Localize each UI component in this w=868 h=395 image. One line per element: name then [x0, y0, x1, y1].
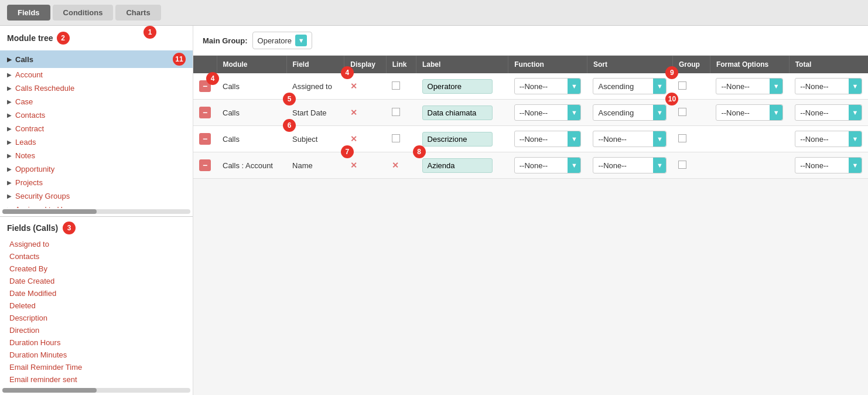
field-name-1: Assigned to: [292, 82, 332, 91]
total-dropdown-arrow-1[interactable]: ▼: [849, 79, 862, 94]
function-select-4[interactable]: --None-- ▼: [514, 157, 582, 173]
field-item-email-reminder-time[interactable]: Email Reminder Time: [0, 361, 193, 373]
label-input-4[interactable]: [422, 158, 493, 173]
label-input-3[interactable]: [422, 132, 493, 147]
sort-value-3: --None--: [593, 132, 653, 146]
td-format-options-1: --None-- ▼: [710, 73, 789, 100]
main-group-dropdown-arrow[interactable]: ▼: [295, 35, 307, 46]
field-item-created-by[interactable]: Created By: [0, 263, 193, 275]
field-item-date-created[interactable]: Date Created: [0, 275, 193, 287]
fields-list-scrollbar[interactable]: [2, 388, 190, 393]
module-item-label: Contract: [15, 124, 44, 133]
sidebar-item-opportunity[interactable]: ▶ Opportunity: [0, 162, 193, 176]
fields-list-scrollbar-thumb: [2, 388, 97, 393]
function-select-1[interactable]: --None-- ▼: [514, 78, 582, 94]
sidebar-item-calls-reschedule[interactable]: ▶ Calls Reschedule: [0, 81, 193, 95]
th-total: Total: [789, 56, 868, 73]
link-check-4[interactable]: ✕: [392, 161, 399, 170]
function-select-2[interactable]: --None-- ▼: [514, 104, 582, 121]
format-dropdown-arrow-1[interactable]: ▼: [770, 79, 782, 94]
sort-dropdown-arrow-4[interactable]: ▼: [653, 158, 666, 173]
tab-conditions[interactable]: Conditions: [53, 5, 114, 21]
th-label: Label: [416, 56, 508, 73]
display-check-3[interactable]: ✕: [350, 134, 357, 144]
sidebar-item-security-groups[interactable]: ▶ Security Groups: [0, 189, 193, 203]
function-dropdown-arrow-3[interactable]: ▼: [568, 131, 580, 147]
field-item-description[interactable]: Description: [0, 312, 193, 324]
sidebar-item-leads[interactable]: ▶ Leads: [0, 135, 193, 149]
field-item-contacts[interactable]: Contacts: [0, 250, 193, 263]
field-item-date-modified[interactable]: Date Modified: [0, 287, 193, 299]
sidebar-item-calls[interactable]: ▶ Calls 11: [0, 50, 193, 68]
display-check-1[interactable]: ✕: [350, 81, 357, 91]
sort-select-1[interactable]: Ascending ▼: [593, 78, 667, 94]
total-select-2[interactable]: --None-- ▼: [795, 104, 862, 121]
link-check-3[interactable]: [392, 134, 400, 142]
sort-select-4[interactable]: --None-- ▼: [593, 157, 667, 173]
remove-row-2-button[interactable]: −: [199, 107, 211, 118]
main-group-select[interactable]: Operatore ▼: [252, 32, 313, 49]
total-select-3[interactable]: --None-- ▼: [795, 131, 862, 147]
td-group-3: [672, 126, 710, 152]
sidebar-item-notes[interactable]: ▶ Notes: [0, 149, 193, 162]
label-input-1[interactable]: [422, 79, 493, 94]
sidebar-item-account[interactable]: ▶ Account: [0, 68, 193, 81]
display-check-4[interactable]: ✕: [350, 161, 357, 170]
arrow-icon: ▶: [7, 112, 12, 118]
group-check-3[interactable]: [678, 134, 686, 142]
total-select-4[interactable]: --None-- ▼: [795, 157, 862, 173]
tab-charts[interactable]: Charts: [115, 5, 160, 21]
group-check-4[interactable]: [678, 161, 686, 169]
total-select-1[interactable]: --None-- ▼: [795, 78, 862, 94]
function-dropdown-arrow-2[interactable]: ▼: [568, 105, 580, 120]
function-dropdown-arrow-1[interactable]: ▼: [568, 79, 580, 94]
field-item-duration-minutes[interactable]: Duration Minutes: [0, 349, 193, 361]
sort-dropdown-arrow-1[interactable]: ▼: [653, 79, 666, 94]
field-item-duration-hours[interactable]: Duration Hours: [0, 336, 193, 349]
remove-row-4-button[interactable]: −: [199, 159, 211, 171]
sidebar-item-contacts[interactable]: ▶ Contacts: [0, 108, 193, 122]
sidebar-item-case[interactable]: ▶ Case: [0, 95, 193, 108]
module-list-scrollbar[interactable]: [2, 209, 190, 214]
format-select-2[interactable]: --None-- ▼: [716, 104, 783, 121]
remove-row-3-button[interactable]: −: [199, 133, 211, 145]
label-input-2[interactable]: [422, 105, 493, 120]
arrow-icon: ▶: [7, 56, 12, 63]
group-check-1[interactable]: [678, 81, 686, 90]
format-dropdown-arrow-2[interactable]: ▼: [770, 105, 782, 120]
total-dropdown-arrow-2[interactable]: ▼: [849, 105, 862, 120]
td-function-3: --None-- ▼: [508, 126, 587, 152]
function-select-3[interactable]: --None-- ▼: [514, 131, 582, 147]
field-item-direction[interactable]: Direction: [0, 324, 193, 336]
link-check-2[interactable]: [392, 108, 400, 116]
group-check-2[interactable]: [678, 108, 686, 116]
app-container: Fields Conditions Charts Module tree 2 1…: [0, 0, 868, 395]
module-item-label: Security Groups: [15, 192, 70, 200]
fields-list: Assigned to Contacts Created By Date Cre…: [0, 237, 193, 387]
link-check-1[interactable]: [392, 81, 400, 90]
sort-select-3[interactable]: --None-- ▼: [593, 131, 667, 147]
table-row: − Calls : Account Name 7 ✕ ✕: [193, 152, 868, 179]
sort-select-2[interactable]: Ascending ▼: [593, 104, 667, 121]
td-total-1: --None-- ▼: [789, 73, 868, 100]
sort-dropdown-arrow-3[interactable]: ▼: [653, 131, 666, 147]
tab-fields[interactable]: Fields: [7, 5, 50, 21]
module-item-label: Calls: [15, 55, 33, 64]
total-dropdown-arrow-4[interactable]: ▼: [849, 158, 862, 173]
format-select-1[interactable]: --None-- ▼: [716, 78, 783, 94]
td-link-3: [386, 126, 416, 152]
field-item-assigned-to[interactable]: Assigned to: [0, 238, 193, 250]
td-remove-2: −: [193, 100, 217, 126]
display-check-2[interactable]: ✕: [350, 108, 357, 117]
total-dropdown-arrow-3[interactable]: ▼: [849, 131, 862, 147]
badge-3: 3: [63, 222, 76, 234]
field-item-deleted[interactable]: Deleted: [0, 299, 193, 312]
sidebar-item-contract[interactable]: ▶ Contract: [0, 122, 193, 135]
sidebar-item-projects[interactable]: ▶ Projects: [0, 176, 193, 189]
sort-dropdown-arrow-2[interactable]: ▼: [653, 105, 666, 120]
field-item-email-reminder-sent[interactable]: Email reminder sent: [0, 373, 193, 386]
function-dropdown-arrow-4[interactable]: ▼: [568, 158, 580, 173]
td-function-1: --None-- ▼: [508, 73, 587, 100]
sidebar-item-assigned-to-user[interactable]: ▶ Assigned to User: [0, 203, 193, 208]
arrow-icon: ▶: [7, 179, 12, 186]
